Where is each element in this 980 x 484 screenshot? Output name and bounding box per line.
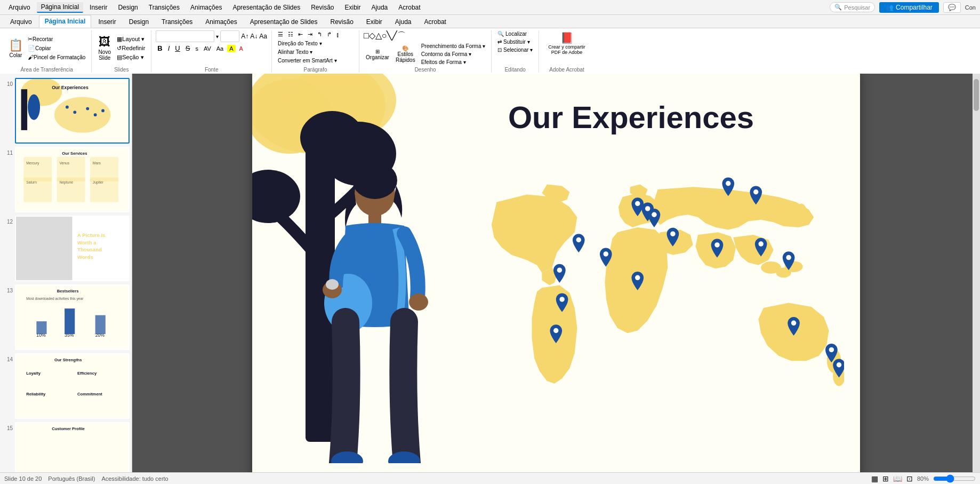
menu-inserir[interactable]: Inserir — [85, 3, 111, 12]
zoom-slider[interactable] — [933, 475, 976, 482]
find-button[interactable]: 🔍 Localizar — [496, 30, 534, 37]
view-reading-button[interactable]: 📖 — [893, 474, 902, 483]
paste-button[interactable]: 📋 Colar — [6, 37, 25, 59]
shape-fill-button[interactable]: Preenchimento da Forma ▾ — [420, 43, 487, 50]
shapes-toolbar: □◇△○╲╱⌒ — [364, 30, 406, 41]
tab-pagina-inicial[interactable]: Página Inicial — [39, 15, 92, 28]
slide-title-area: Our Experiences — [508, 100, 839, 134]
font-label: Fonte — [205, 67, 219, 73]
svg-point-7 — [73, 110, 76, 114]
menu-revisao[interactable]: Revisão — [307, 3, 338, 12]
section-button[interactable]: ▤ Seção ▾ — [115, 53, 147, 61]
highlight-button[interactable]: A — [227, 45, 235, 52]
left-to-right-button[interactable]: ↰ — [316, 30, 324, 38]
copy-button[interactable]: 📄 Copiar — [26, 44, 87, 52]
tab-transicoes[interactable]: Transições — [156, 15, 198, 28]
svg-text:A Picture Is: A Picture Is — [77, 232, 105, 238]
menu-acrobat[interactable]: Acrobat — [394, 3, 424, 12]
tab-exibir[interactable]: Exibir — [360, 15, 388, 28]
svg-point-77 — [645, 206, 650, 211]
quick-styles-label: EstilosRápidos — [396, 51, 415, 63]
tab-ajuda[interactable]: Ajuda — [389, 15, 417, 28]
font-size-input[interactable] — [220, 30, 239, 42]
svg-text:Reliability: Reliability — [26, 391, 46, 396]
slide-thumb-13[interactable]: 13 Bestsellers Most downloaded activitie… — [2, 284, 130, 350]
tab-design[interactable]: Design — [123, 15, 155, 28]
reset-button[interactable]: ↺ Redefinir — [115, 44, 147, 52]
align-text-button[interactable]: Alinhar Texto ▾ — [276, 49, 314, 55]
menu-transicoes[interactable]: Transições — [144, 3, 184, 12]
slide-img-13[interactable]: Bestsellers Most downloaded activities t… — [15, 284, 130, 350]
increase-indent-button[interactable]: ⇥ — [306, 30, 314, 38]
quick-styles-button[interactable]: 🎨 EstilosRápidos — [393, 44, 417, 64]
decrease-indent-button[interactable]: ⇤ — [296, 30, 304, 38]
bold-button[interactable]: B — [156, 44, 164, 53]
tab-apresentacao[interactable]: Apresentação de Slides — [244, 15, 324, 28]
layout-button[interactable]: ▦ Layout ▾ — [115, 35, 147, 43]
ribbon-group-acrobat: 📕 Crear y compartirPDF de Adobe Adobe Ac… — [541, 30, 595, 73]
cut-button[interactable]: ✂ Recortar — [26, 35, 87, 43]
svg-point-55 — [300, 111, 364, 164]
scroll-thumb[interactable] — [974, 79, 979, 111]
replace-button[interactable]: ⇄ Substituir ▾ — [496, 38, 534, 45]
search-box[interactable]: 🔍 Pesquisar — [830, 2, 875, 12]
svg-text:Our Experiences: Our Experiences — [52, 85, 89, 90]
menu-animacoes[interactable]: Animações — [186, 3, 226, 12]
shadow-button[interactable]: s — [194, 45, 200, 52]
tab-arquivo[interactable]: Arquivo — [4, 15, 38, 28]
tab-animacoes[interactable]: Animações — [199, 15, 243, 28]
text-direction-button[interactable]: Direção do Texto ▾ — [276, 40, 324, 47]
slide-thumb-12[interactable]: 12 A Picture Is Worth a Thousand Words — [2, 216, 130, 281]
view-sorter-button[interactable]: ⊞ — [882, 474, 889, 483]
columns-button[interactable]: ⫿ — [335, 31, 341, 38]
slide-img-10[interactable]: Our Experiences — [15, 78, 130, 144]
format-painter-button[interactable]: 🖌 Pincel de Formatação — [26, 53, 87, 61]
char-spacing-button[interactable]: AV — [202, 45, 213, 52]
case-button[interactable]: Aa — [215, 45, 225, 52]
italic-button[interactable]: I — [166, 44, 172, 53]
convert-smartart-button[interactable]: Converter em SmartArt ▾ — [276, 57, 339, 64]
comment-button[interactable]: 💬 — [943, 2, 961, 13]
shape-outline-button[interactable]: Contorno da Forma ▾ — [420, 51, 487, 58]
slide-img-14[interactable]: Our Strengths Loyalty Efficiency Reliabi… — [15, 353, 130, 419]
arrange-button[interactable]: ⊞ Organizar — [364, 47, 391, 61]
menu-ajuda[interactable]: Ajuda — [367, 3, 392, 12]
svg-point-6 — [66, 106, 69, 109]
menu-exibir[interactable]: Exibir — [341, 3, 365, 12]
shape-effects-button[interactable]: Efeitos de Forma ▾ — [420, 59, 487, 66]
menu-arquivo[interactable]: Arquivo — [4, 3, 35, 12]
tab-revisao[interactable]: Revisão — [324, 15, 359, 28]
slide-thumb-15[interactable]: 15 Customer Profile — [2, 422, 130, 472]
slide-thumb-14[interactable]: 14 Our Strengths Loyalty Efficiency Reli… — [2, 353, 130, 419]
menu-design[interactable]: Design — [114, 3, 142, 12]
share-button[interactable]: 👥 Compartilhar — [879, 2, 939, 13]
svg-text:Words: Words — [77, 253, 93, 259]
slide-thumb-11[interactable]: 11 Our Services Mercury Venus Mars Satur… — [2, 147, 130, 212]
new-slide-button[interactable]: 🖼 NovoSlide — [96, 34, 113, 62]
font-color-button[interactable]: A — [238, 45, 245, 52]
select-button[interactable]: ⊡ Selecionar ▾ — [496, 46, 534, 53]
acrobat-pdf-button[interactable]: 📕 Crear y compartirPDF de Adobe — [546, 30, 588, 56]
menu-pagina-inicial[interactable]: Página Inicial — [37, 2, 83, 13]
slide-img-11[interactable]: Our Services Mercury Venus Mars Saturn N… — [15, 147, 130, 212]
view-normal-button[interactable]: ▦ — [871, 474, 878, 483]
right-to-left-button[interactable]: ↱ — [325, 30, 333, 38]
copy-icon: 📄 — [28, 45, 35, 52]
ribbon-group-clipboard: 📋 Colar ✂ Recortar 📄 Copiar 🖌 Pincel de — [4, 30, 92, 73]
tab-acrobat[interactable]: Acrobat — [419, 15, 452, 28]
view-present-button[interactable]: ⊡ — [906, 474, 913, 483]
scroll-bar[interactable] — [973, 74, 980, 472]
menu-apresentacao[interactable]: Apresentação de Slides — [228, 3, 304, 12]
svg-point-73 — [557, 267, 562, 272]
slide-img-15[interactable]: Customer Profile — [15, 422, 130, 472]
slide-thumb-10[interactable]: 10 Our Experiences — [2, 78, 130, 144]
strikethrough-button[interactable]: S — [184, 44, 192, 53]
ribbon-group-editing: 🔍 Localizar ⇄ Substituir ▾ ⊡ Selecionar … — [494, 30, 539, 73]
underline-button[interactable]: U — [173, 44, 181, 53]
numbering-button[interactable]: ☷ — [286, 30, 295, 38]
font-name-input[interactable] — [156, 30, 214, 42]
slide-img-12[interactable]: A Picture Is Worth a Thousand Words — [15, 216, 130, 281]
tab-inserir[interactable]: Inserir — [92, 15, 122, 28]
bullets-button[interactable]: ☰ — [276, 30, 285, 38]
slide-canvas: Our Experiences — [252, 74, 860, 472]
